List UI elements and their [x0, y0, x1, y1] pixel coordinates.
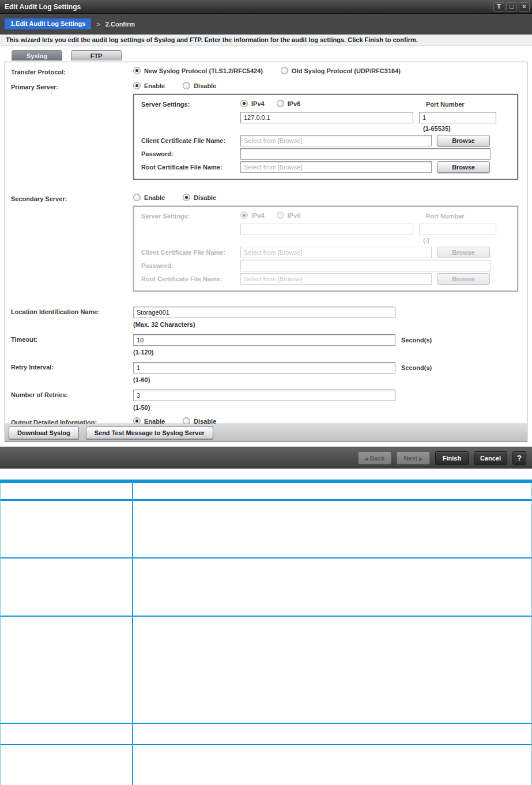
close-icon[interactable]: × [519, 2, 530, 12]
radio-button-icon [133, 194, 141, 201]
next-arrow-icon: ▶ [419, 456, 422, 462]
send-test-message-button[interactable]: Send Test Message to Syslog Server [86, 427, 213, 439]
radio-label: Enable [144, 194, 165, 201]
client-cert-label: Client Certificate File Name: [141, 137, 240, 144]
port-number-label: Port Number [426, 213, 465, 220]
primary-client-cert-browse-button[interactable]: Browse [437, 135, 490, 146]
location-name-row: Location Identification Name: (Max. 32 C… [11, 307, 527, 328]
table-row [0, 501, 532, 558]
cancel-button[interactable]: Cancel [474, 451, 507, 465]
radio-primary-disable[interactable]: Disable [183, 82, 216, 89]
secondary-root-cert-input [240, 273, 432, 285]
radio-button-icon [183, 82, 190, 89]
radio-secondary-ipv6: IPv6 [277, 212, 301, 219]
table-row [0, 617, 532, 724]
syslog-tools-bar: Download Syslog Send Test Message to Sys… [5, 424, 527, 441]
location-name-input[interactable] [133, 307, 395, 318]
radio-new-syslog-protocol[interactable]: New Syslog Protocol (TLS1.2/RFC5424) [133, 67, 263, 74]
number-of-retries-row: Number of Retries: (1-50) [11, 390, 527, 411]
download-syslog-button[interactable]: Download Syslog [9, 427, 79, 439]
radio-label: Disable [194, 82, 216, 89]
tab-ftp[interactable]: FTP [71, 50, 122, 61]
secondary-server-row: Secondary Server: Enable Disable [11, 194, 527, 202]
radio-button-icon [240, 212, 248, 219]
retry-interval-row: Retry Interval: Second(s) (1-60) [11, 362, 527, 383]
table-cell [133, 558, 531, 616]
transfer-protocol-label: Transfer Protocol: [11, 67, 133, 76]
dialog-titlebar: Edit Audit Log Settings Ŧ □ × [0, 0, 532, 14]
radio-primary-ipv4[interactable]: IPv4 [240, 100, 265, 107]
table-header-cell [133, 483, 531, 499]
primary-root-cert-browse-button[interactable]: Browse [437, 161, 490, 173]
number-of-retries-input[interactable] [133, 390, 395, 401]
root-cert-label: Root Certificate File Name: [141, 164, 240, 171]
radio-button-icon [183, 194, 190, 201]
back-button: ◀ Back [358, 451, 391, 465]
table-cell [133, 745, 531, 785]
radio-secondary-ipv4: IPv4 [240, 212, 265, 219]
primary-port-input[interactable] [419, 112, 496, 123]
secondary-port-input [419, 224, 496, 235]
table-header-cell [1, 483, 133, 499]
pin-icon[interactable]: Ŧ [493, 2, 504, 12]
radio-button-icon [277, 100, 284, 107]
radio-label: IPv6 [288, 212, 301, 219]
primary-server-settings-box: Server Settings: IPv4 IPv6 [133, 94, 518, 180]
radio-primary-enable[interactable]: Enable [133, 82, 165, 89]
secondary-server-settings-box: Server Settings: IPv4 IPv6 [133, 206, 518, 292]
number-of-retries-label: Number of Retries: [11, 390, 133, 411]
primary-server-row: Primary Server: Enable Disable [11, 82, 527, 90]
primary-server-label: Primary Server: [11, 82, 133, 90]
secondary-password-input [240, 260, 491, 271]
location-name-label: Location Identification Name: [11, 307, 133, 328]
retry-interval-input[interactable] [133, 362, 395, 373]
timeout-range-hint: (1-120) [133, 349, 527, 356]
wizard-description: This wizard lets you edit the audit log … [0, 35, 532, 46]
timeout-label: Timeout: [11, 334, 133, 356]
back-button-label: Back [369, 455, 384, 462]
maximize-icon[interactable]: □ [506, 2, 517, 12]
dialog-body: Syslog FTP Transfer Protocol: New Syslog… [0, 46, 532, 442]
timeout-unit: Second(s) [401, 337, 432, 344]
location-name-hint: (Max. 32 Characters) [133, 321, 527, 328]
next-button: Next ▶ [397, 451, 430, 465]
primary-ip-address-input[interactable] [240, 112, 413, 123]
dialog-title: Edit Audit Log Settings [5, 3, 492, 11]
radio-button-icon [240, 100, 248, 107]
next-button-label: Next [403, 455, 417, 462]
table-cell [1, 724, 133, 744]
table-cell [133, 617, 531, 723]
table-header-row [0, 483, 532, 501]
secondary-client-cert-input [240, 247, 432, 258]
number-of-retries-range-hint: (1-50) [133, 404, 527, 411]
table-cell [1, 558, 133, 616]
timeout-input[interactable] [133, 334, 395, 346]
radio-label: Enable [144, 82, 165, 89]
radio-primary-ipv6[interactable]: IPv6 [277, 100, 301, 107]
port-number-label: Port Number [426, 101, 465, 108]
radio-label: New Syslog Protocol (TLS1.2/RFC5424) [144, 67, 263, 74]
primary-root-cert-input[interactable] [240, 161, 432, 173]
tab-syslog[interactable]: Syslog [12, 50, 62, 61]
radio-secondary-disable[interactable]: Disable [183, 194, 216, 201]
primary-client-cert-input[interactable] [240, 135, 432, 146]
table-cell [133, 501, 531, 557]
radio-button-icon [133, 82, 141, 89]
radio-old-syslog-protocol[interactable]: Old Syslog Protocol (UDP/RFC3164) [281, 67, 401, 74]
radio-secondary-enable[interactable]: Enable [133, 194, 165, 201]
back-arrow-icon: ◀ [364, 456, 368, 462]
finish-button[interactable]: Finish [435, 451, 469, 465]
screen: Edit Audit Log Settings Ŧ □ × 1.Edit Aud… [0, 0, 532, 785]
tab-bar: Syslog FTP [5, 50, 527, 62]
primary-password-input[interactable] [240, 148, 491, 160]
help-icon[interactable]: ? [512, 451, 526, 465]
table-row [0, 724, 532, 745]
table-row [0, 745, 532, 785]
client-cert-label: Client Certificate File Name: [141, 249, 240, 256]
transfer-protocol-row: Transfer Protocol: New Syslog Protocol (… [11, 67, 527, 76]
radio-label: Old Syslog Protocol (UDP/RFC3164) [292, 67, 401, 74]
syslog-tab-panel: Transfer Protocol: New Syslog Protocol (… [5, 62, 527, 442]
secondary-port-range-hint: (-) [423, 237, 429, 244]
radio-button-icon [281, 67, 288, 74]
secondary-root-cert-browse-button: Browse [437, 273, 490, 285]
